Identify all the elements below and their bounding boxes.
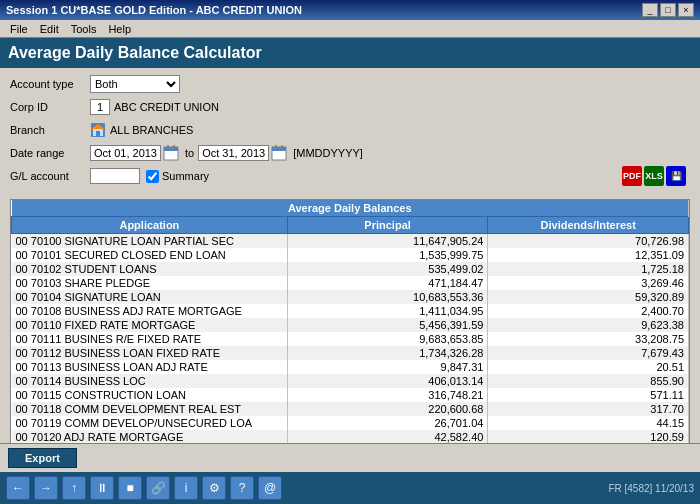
date-from-value[interactable]: Oct 01, 2013: [90, 145, 161, 161]
svg-rect-5: [164, 147, 178, 151]
cell-application: 00 70110 FIXED RATE MORTGAGE: [12, 318, 288, 332]
xls-icon[interactable]: XLS: [644, 166, 664, 186]
bottom-area: Export ← → ↑ ⏸ ■ 🔗 i ⚙ ? @ FR [4582] 11/…: [0, 443, 700, 504]
table-row: 00 70115 CONSTRUCTION LOAN 316,748.21 57…: [12, 388, 689, 402]
window-controls[interactable]: _ □ ×: [642, 3, 694, 17]
table-row: 00 70118 COMM DEVELOPMENT REAL EST 220,6…: [12, 402, 689, 416]
cell-application: 00 70102 STUDENT LOANS: [12, 262, 288, 276]
menu-tools[interactable]: Tools: [65, 22, 103, 36]
corp-id-label: Corp ID: [10, 101, 90, 113]
window-title: Session 1 CU*BASE GOLD Edition - ABC CRE…: [6, 4, 302, 16]
title-bar: Session 1 CU*BASE GOLD Edition - ABC CRE…: [0, 0, 700, 20]
form-area: Account type Both Loans Shares Corp ID 1…: [0, 68, 700, 195]
cell-principal: 42,582.40: [287, 430, 488, 444]
cell-principal: 1,411,034.95: [287, 304, 488, 318]
cell-application: 00 70108 BUSINESS ADJ RATE MORTGAGE: [12, 304, 288, 318]
cell-principal: 406,013.14: [287, 374, 488, 388]
svg-rect-7: [173, 145, 175, 149]
date-range-row: Date range Oct 01, 2013 to Oct 31, 2013 …: [10, 143, 690, 163]
menu-edit[interactable]: Edit: [34, 22, 65, 36]
cell-application: 00 70104 SIGNATURE LOAN: [12, 290, 288, 304]
cell-dividends: 7,679.43: [488, 346, 689, 360]
menu-bar: File Edit Tools Help: [0, 20, 700, 38]
account-type-row: Account type Both Loans Shares: [10, 74, 690, 94]
col-header-application: Application: [12, 217, 288, 234]
cell-application: 00 70118 COMM DEVELOPMENT REAL EST: [12, 402, 288, 416]
table-row: 00 70112 BUSINESS LOAN FIXED RATE 1,734,…: [12, 346, 689, 360]
cell-dividends: 571.11: [488, 388, 689, 402]
menu-help[interactable]: Help: [102, 22, 137, 36]
cell-principal: 9,847.31: [287, 360, 488, 374]
summary-label: Summary: [162, 170, 209, 182]
corp-id-name: ABC CREDIT UNION: [114, 101, 219, 113]
cell-dividends: 3,269.46: [488, 276, 689, 290]
toolbar-link-button[interactable]: 🔗: [146, 476, 170, 500]
summary-checkbox[interactable]: [146, 170, 159, 183]
maximize-button[interactable]: □: [660, 3, 676, 17]
cell-principal: 1,535,999.75: [287, 248, 488, 262]
cell-dividends: 2,400.70: [488, 304, 689, 318]
save-icon[interactable]: 💾: [666, 166, 686, 186]
branch-row: Branch ALL BRANCHES: [10, 120, 690, 140]
toolbar-help-button[interactable]: ?: [230, 476, 254, 500]
branch-label: Branch: [10, 124, 90, 136]
svg-rect-11: [281, 145, 283, 149]
table-group-header: Average Daily Balances: [12, 200, 689, 217]
gl-account-row: G/L account Summary PDF XLS 💾: [10, 166, 690, 186]
toolbar-up-button[interactable]: ↑: [62, 476, 86, 500]
date-format-hint: [MMDDYYYY]: [293, 147, 363, 159]
data-table-wrapper: Average Daily Balances Application Princ…: [10, 199, 690, 484]
toolbar-gear-button[interactable]: ⚙: [202, 476, 226, 500]
cell-dividends: 44.15: [488, 416, 689, 430]
table-row: 00 70103 SHARE PLEDGE 471,184.47 3,269.4…: [12, 276, 689, 290]
cell-application: 00 70101 SECURED CLOSED END LOAN: [12, 248, 288, 262]
cell-principal: 26,701.04: [287, 416, 488, 430]
toolbar-info-button[interactable]: i: [174, 476, 198, 500]
corp-id-row: Corp ID 1 ABC CREDIT UNION: [10, 97, 690, 117]
menu-file[interactable]: File: [4, 22, 34, 36]
cell-application: 00 70120 ADJ RATE MORTGAGE: [12, 430, 288, 444]
toolbar-back-button[interactable]: ←: [6, 476, 30, 500]
cal-from-icon[interactable]: [163, 145, 179, 161]
cell-dividends: 70,726.98: [488, 234, 689, 249]
cell-application: 00 70115 CONSTRUCTION LOAN: [12, 388, 288, 402]
cell-application: 00 70112 BUSINESS LOAN FIXED RATE: [12, 346, 288, 360]
date-to-separator: to: [185, 147, 194, 159]
minimize-button[interactable]: _: [642, 3, 658, 17]
svg-rect-9: [272, 147, 286, 151]
toolbar-pause-button[interactable]: ⏸: [90, 476, 114, 500]
cell-dividends: 20.51: [488, 360, 689, 374]
cell-principal: 220,600.68: [287, 402, 488, 416]
table-row: 00 70108 BUSINESS ADJ RATE MORTGAGE 1,41…: [12, 304, 689, 318]
table-row: 00 70120 ADJ RATE MORTGAGE 42,582.40 120…: [12, 430, 689, 444]
average-daily-balance-table: Average Daily Balances Application Princ…: [11, 200, 689, 444]
col-header-principal: Principal: [287, 217, 488, 234]
cell-dividends: 59,320.89: [488, 290, 689, 304]
toolbar: ← → ↑ ⏸ ■ 🔗 i ⚙ ? @ FR [4582] 11/20/13: [0, 472, 700, 504]
cell-dividends: 12,351.09: [488, 248, 689, 262]
close-button[interactable]: ×: [678, 3, 694, 17]
gl-account-input[interactable]: [90, 168, 140, 184]
table-row: 00 70104 SIGNATURE LOAN 10,683,553.36 59…: [12, 290, 689, 304]
toolbar-stop-button[interactable]: ■: [118, 476, 142, 500]
table-row: 00 70119 COMM DEVELOP/UNSECURED LOA 26,7…: [12, 416, 689, 430]
cell-application: 00 70100 SIGNATURE LOAN PARTIAL SEC: [12, 234, 288, 249]
toolbar-status: FR [4582] 11/20/13: [608, 483, 694, 494]
col-header-dividends: Dividends/Interest: [488, 217, 689, 234]
account-type-select[interactable]: Both Loans Shares: [90, 75, 180, 93]
cell-dividends: 855.90: [488, 374, 689, 388]
toolbar-mail-button[interactable]: @: [258, 476, 282, 500]
cell-dividends: 120.59: [488, 430, 689, 444]
svg-rect-6: [167, 145, 169, 149]
cell-application: 00 70114 BUSINESS LOC: [12, 374, 288, 388]
pdf-icon[interactable]: PDF: [622, 166, 642, 186]
account-type-label: Account type: [10, 78, 90, 90]
cell-application: 00 70111 BUSINES R/E FIXED RATE: [12, 332, 288, 346]
cal-to-icon[interactable]: [271, 145, 287, 161]
toolbar-forward-button[interactable]: →: [34, 476, 58, 500]
app-title-text: Average Daily Balance Calculator: [8, 44, 262, 62]
cell-application: 00 70103 SHARE PLEDGE: [12, 276, 288, 290]
cell-principal: 316,748.21: [287, 388, 488, 402]
date-to-value[interactable]: Oct 31, 2013: [198, 145, 269, 161]
export-button[interactable]: Export: [8, 448, 77, 468]
